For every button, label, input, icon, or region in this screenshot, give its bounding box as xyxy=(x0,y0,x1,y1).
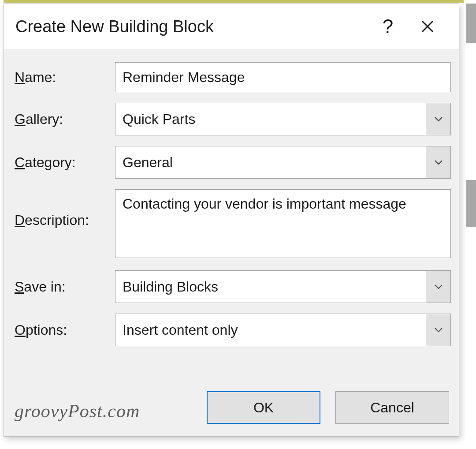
watermark-text: groovyPost.com xyxy=(15,400,192,422)
description-label: Description: xyxy=(15,189,115,228)
name-label: Name: xyxy=(15,69,115,86)
options-label: Options: xyxy=(15,322,115,338)
chevron-down-icon xyxy=(434,284,443,289)
gallery-dropdown-button[interactable] xyxy=(426,103,450,135)
form-body: Name: Gallery: Quick Parts Category: Gen xyxy=(4,49,459,346)
category-combobox[interactable]: General xyxy=(115,146,451,179)
close-button[interactable] xyxy=(408,4,447,49)
savein-value: Building Blocks xyxy=(115,271,426,303)
scrollbar-track[interactable] xyxy=(466,4,476,437)
row-category: Category: General xyxy=(15,146,451,179)
scrollbar-thumb-top[interactable] xyxy=(466,4,476,43)
options-dropdown-button[interactable] xyxy=(426,314,450,346)
options-combobox[interactable]: Insert content only xyxy=(115,314,451,346)
create-building-block-dialog: Create New Building Block ? Name: Galler… xyxy=(4,4,459,437)
chevron-down-icon xyxy=(434,116,443,122)
dialog-title: Create New Building Block xyxy=(15,17,368,36)
gallery-value: Quick Parts xyxy=(115,103,426,135)
description-input[interactable] xyxy=(115,189,451,258)
scrollbar-thumb-mid[interactable] xyxy=(466,180,476,227)
row-gallery: Gallery: Quick Parts xyxy=(15,103,451,135)
row-description: Description: xyxy=(15,189,451,260)
savein-combobox[interactable]: Building Blocks xyxy=(115,270,451,303)
button-row: groovyPost.com OK Cancel xyxy=(15,391,449,424)
category-value: General xyxy=(115,146,426,178)
row-options: Options: Insert content only xyxy=(15,314,451,346)
ok-button[interactable]: OK xyxy=(207,391,320,424)
category-dropdown-button[interactable] xyxy=(426,146,450,178)
name-input[interactable] xyxy=(115,62,451,92)
help-button[interactable]: ? xyxy=(368,4,408,49)
category-label: Category: xyxy=(15,154,115,171)
chevron-down-icon xyxy=(434,160,443,165)
savein-label: Save in: xyxy=(15,279,115,295)
savein-dropdown-button[interactable] xyxy=(426,271,450,303)
row-savein: Save in: Building Blocks xyxy=(15,270,451,303)
options-value: Insert content only xyxy=(115,314,426,346)
gallery-combobox[interactable]: Quick Parts xyxy=(115,103,451,135)
gallery-label: Gallery: xyxy=(15,111,115,127)
accent-bar xyxy=(4,0,464,3)
titlebar: Create New Building Block ? xyxy=(4,4,459,49)
cancel-button[interactable]: Cancel xyxy=(335,391,449,424)
row-name: Name: xyxy=(15,62,451,92)
chevron-down-icon xyxy=(434,327,443,333)
close-icon xyxy=(421,20,434,33)
